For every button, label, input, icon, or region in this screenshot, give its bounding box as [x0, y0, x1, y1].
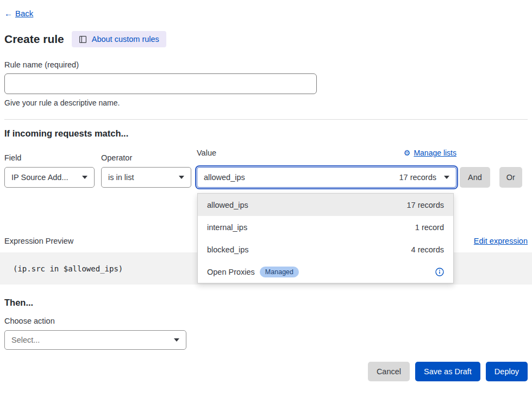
rule-name-help: Give your rule a descriptive name.: [4, 98, 528, 107]
about-link-label: About custom rules: [92, 35, 159, 44]
rule-name-input[interactable]: [4, 73, 317, 94]
value-select-value: allowed_ips: [204, 173, 245, 182]
edit-expression-link[interactable]: Edit expression: [474, 237, 528, 245]
expression-preview-label: Expression Preview: [4, 237, 73, 245]
page-title: Create rule: [4, 33, 64, 46]
chevron-down-icon: [82, 176, 87, 179]
list-option-name: blocked_ips: [207, 245, 249, 254]
rule-name-label: Rule name (required): [4, 60, 528, 69]
gear-icon: ⚙: [404, 149, 411, 157]
footer-buttons: Cancel Save as Draft Deploy: [4, 362, 528, 381]
back-link[interactable]: ← Back: [4, 9, 33, 18]
match-section-title: If incoming requests match...: [4, 128, 528, 139]
operator-select-value: is in list: [108, 173, 134, 182]
cancel-button[interactable]: Cancel: [368, 362, 410, 381]
list-option-allowed-ips[interactable]: allowed_ips 17 records: [198, 194, 453, 216]
value-select-right: 17 records: [399, 173, 449, 182]
manage-lists-label: Manage lists: [414, 149, 456, 157]
field-select[interactable]: IP Source Add...: [4, 167, 95, 188]
list-option-name: Open Proxies: [207, 268, 255, 276]
list-option-internal-ips[interactable]: internal_ips 1 record: [198, 216, 453, 238]
chevron-down-icon: [444, 176, 449, 179]
section-divider: [4, 119, 528, 120]
field-label: Field: [4, 153, 95, 162]
operator-label: Operator: [101, 153, 191, 162]
action-select[interactable]: Select...: [4, 330, 186, 350]
info-icon[interactable]: [435, 268, 444, 276]
back-arrow-icon: ←: [4, 9, 12, 18]
manage-lists-link[interactable]: ⚙ Manage lists: [404, 149, 456, 157]
list-option-name: internal_ips: [207, 223, 247, 232]
list-option-records: 4 records: [411, 245, 444, 254]
chevron-down-icon: [179, 176, 184, 179]
list-option-open-proxies[interactable]: Open Proxies Managed: [198, 261, 453, 283]
list-option-name-wrap: Open Proxies Managed: [207, 267, 299, 277]
operator-column: Operator is in list: [101, 153, 191, 188]
field-column: Field IP Source Add...: [4, 153, 95, 188]
action-select-placeholder: Select...: [11, 336, 40, 344]
value-column: Value ⚙ Manage lists allowed_ips 17 reco…: [197, 149, 456, 188]
save-as-draft-button[interactable]: Save as Draft: [415, 362, 480, 381]
field-select-value: IP Source Add...: [11, 173, 68, 182]
value-select[interactable]: allowed_ips 17 records: [197, 167, 456, 188]
chevron-down-icon: [174, 338, 179, 342]
list-option-name: allowed_ips: [207, 201, 248, 209]
value-label: Value: [197, 149, 216, 157]
list-option-records: 17 records: [406, 201, 444, 209]
value-select-records: 17 records: [399, 173, 436, 182]
list-dropdown: allowed_ips 17 records internal_ips 1 re…: [197, 193, 454, 283]
or-button[interactable]: Or: [499, 167, 522, 188]
operator-select[interactable]: is in list: [101, 167, 191, 188]
then-section-title: Then...: [4, 298, 528, 308]
create-rule-page: ← Back Create rule About custom rules Ru…: [0, 0, 532, 402]
title-row: Create rule About custom rules: [4, 31, 528, 47]
deploy-button[interactable]: Deploy: [486, 362, 528, 381]
and-button[interactable]: And: [460, 167, 490, 188]
choose-action-label: Choose action: [4, 317, 528, 325]
about-custom-rules-link[interactable]: About custom rules: [72, 31, 166, 47]
value-label-row: Value ⚙ Manage lists: [197, 149, 456, 157]
list-option-records: 1 record: [415, 223, 444, 232]
list-option-blocked-ips[interactable]: blocked_ips 4 records: [198, 238, 453, 261]
book-icon: [79, 35, 87, 44]
expression-code: (ip.src in $allowed_ips): [13, 264, 123, 273]
back-link-label: Back: [15, 9, 33, 18]
managed-badge: Managed: [260, 267, 299, 277]
match-condition-row: Field IP Source Add... Operator is in li…: [4, 149, 528, 188]
